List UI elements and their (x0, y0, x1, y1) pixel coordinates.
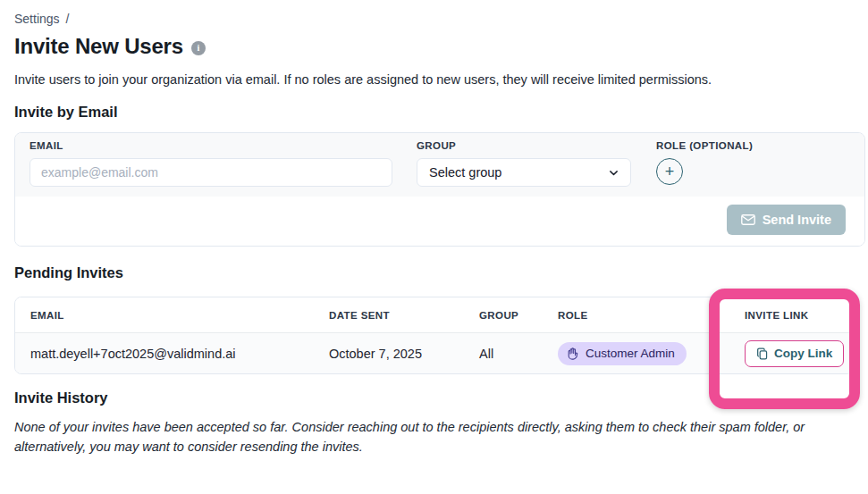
invite-by-email-heading: Invite by Email (14, 104, 868, 121)
table-header-row: EMAIL DATE SENT GROUP ROLE INVITE LINK (15, 297, 853, 332)
breadcrumb: Settings / (14, 12, 868, 26)
group-field-label: GROUP (417, 140, 631, 151)
cell-group: All (479, 347, 558, 361)
envelope-icon (741, 214, 755, 226)
email-field-label: EMAIL (29, 140, 392, 151)
page-description: Invite users to join your organization v… (14, 72, 846, 87)
col-header-role: ROLE (558, 310, 745, 321)
plus-icon: + (665, 163, 675, 180)
info-icon[interactable]: i (191, 41, 206, 55)
send-invite-button[interactable]: Send Invite (727, 205, 846, 235)
invite-form-actions: Send Invite (15, 197, 864, 246)
cell-invite-link: Copy Link (745, 340, 853, 367)
email-input[interactable] (29, 158, 392, 187)
invite-form-fields: EMAIL GROUP Select group ROLE (OPTIONAL)… (15, 133, 864, 197)
col-header-email: EMAIL (30, 310, 329, 321)
invite-history-empty-message: None of your invites have been accepted … (14, 418, 859, 456)
page-title: Invite New Users (14, 34, 183, 59)
invite-new-users-page: Settings / Invite New Users i Invite use… (0, 0, 868, 494)
add-role-button[interactable]: + (656, 158, 683, 185)
col-header-group: GROUP (479, 310, 558, 321)
group-select-value: Select group (429, 165, 501, 180)
role-field-label: ROLE (OPTIONAL) (656, 140, 850, 151)
invite-by-email-panel: EMAIL GROUP Select group ROLE (OPTIONAL)… (14, 132, 865, 247)
cell-role: Customer Admin (558, 342, 745, 365)
group-select[interactable]: Select group (417, 158, 631, 187)
chevron-down-icon (608, 167, 619, 179)
invite-history-heading: Invite History (14, 389, 868, 406)
send-invite-label: Send Invite (763, 213, 831, 227)
role-badge-label: Customer Admin (586, 347, 675, 360)
role-badge: Customer Admin (558, 342, 687, 365)
pending-invites-table: EMAIL DATE SENT GROUP ROLE INVITE LINK m… (14, 297, 854, 374)
col-header-invite-link: INVITE LINK (745, 310, 853, 321)
col-header-date-sent: DATE SENT (329, 310, 479, 321)
breadcrumb-settings-link[interactable]: Settings (14, 12, 60, 26)
table-row: matt.deyell+7oct2025@validmind.ai Octobe… (15, 332, 853, 373)
cell-date-sent: October 7, 2025 (329, 347, 479, 361)
cell-email: matt.deyell+7oct2025@validmind.ai (30, 347, 329, 361)
copy-icon (756, 347, 768, 360)
copy-link-button[interactable]: Copy Link (745, 340, 844, 367)
hand-raised-icon (567, 347, 579, 360)
breadcrumb-separator: / (66, 12, 70, 26)
copy-link-label: Copy Link (774, 347, 832, 360)
pending-invites-heading: Pending Invites (14, 264, 868, 281)
